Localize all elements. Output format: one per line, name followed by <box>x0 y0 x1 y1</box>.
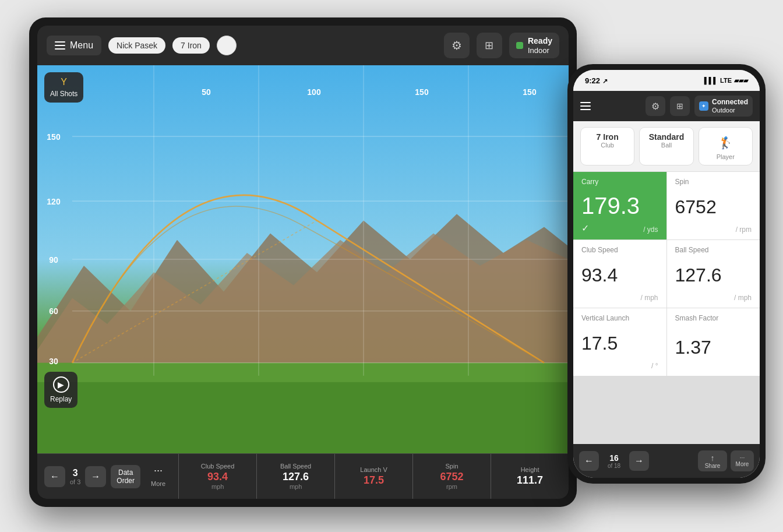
ball-speed-unit: / mph <box>734 294 752 302</box>
replay-circle-icon: ▶ <box>53 376 69 393</box>
settings-button[interactable]: ⚙ <box>444 33 470 58</box>
phone-grid-icon: ⊞ <box>676 101 683 111</box>
data-order-button[interactable]: DataOrder <box>111 465 140 488</box>
ready-status-button[interactable]: Ready Indoor <box>509 33 559 58</box>
phone-next-button[interactable]: → <box>629 451 649 471</box>
tablet-screen: Menu Nick Pasek 7 Iron ⚙ ⊞ Ready Indoor <box>37 26 569 499</box>
club-selector[interactable]: 7 Iron Club <box>580 127 634 165</box>
phone-prev-button[interactable]: ← <box>579 451 599 471</box>
phone-bottombar: ← 16 of 18 → ↑ Share ··· More <box>573 444 760 478</box>
network-type: LTE <box>720 77 732 84</box>
phone-connected-label: Connected <box>712 98 748 106</box>
phone-settings-button[interactable]: ⚙ <box>646 96 665 116</box>
ready-status-text: Ready Indoor <box>528 36 552 55</box>
ball-speed-label: Ball Speed <box>675 246 752 254</box>
phone-time: 9:22 ↗ <box>585 76 704 85</box>
phone-club-bar: 7 Iron Club Standard Ball 🏌 Player <box>573 121 760 171</box>
stat-launch-v: Launch V 17.5 <box>334 454 412 499</box>
phone-share-button[interactable]: ↑ Share <box>698 450 727 471</box>
stat-launch-v-value: 17.5 <box>364 474 384 487</box>
spin-value: 6752 <box>675 188 752 226</box>
share-icon: ↑ <box>711 453 715 463</box>
battery-icon: ▰▰▰ <box>734 77 748 84</box>
more-options-button[interactable]: ··· More <box>145 461 171 492</box>
share-label: Share <box>705 463 721 469</box>
player-name-pill[interactable]: Nick Pasek <box>108 37 165 54</box>
svg-text:100: 100 <box>307 87 320 97</box>
stat-launch-v-label: Launch V <box>360 466 387 473</box>
grid-view-button[interactable]: ⊞ <box>477 33 502 58</box>
all-shots-button[interactable]: Y All Shots <box>44 72 83 103</box>
spin-unit: / rpm <box>736 226 752 234</box>
stats-grid: Club Speed 93.4 mph Ball Speed 127.6 mph… <box>178 454 569 499</box>
green-field <box>37 376 569 453</box>
location-icon: ↗ <box>602 77 608 84</box>
player-icon: 🏌 <box>715 132 736 153</box>
ball-label: Ball <box>643 142 689 149</box>
phone-more-button[interactable]: ··· More <box>731 450 754 471</box>
phone-more-dots-icon: ··· <box>740 455 745 461</box>
ball-selector[interactable] <box>217 36 237 55</box>
smash-factor-value: 1.37 <box>675 325 752 370</box>
phone-shot-of-total: of 18 <box>602 463 626 469</box>
club-speed-cell: Club Speed 93.4 / mph <box>573 240 666 308</box>
replay-button[interactable]: ▶ Replay <box>44 372 77 408</box>
stat-club-speed: Club Speed 93.4 mph <box>178 454 256 499</box>
carry-check-icon: ✓ <box>581 223 589 234</box>
svg-text:30: 30 <box>49 356 58 366</box>
menu-button[interactable]: Menu <box>47 36 101 55</box>
tablet-device: Menu Nick Pasek 7 Iron ⚙ ⊞ Ready Indoor <box>29 17 577 507</box>
vertical-launch-cell: Vertical Launch 17.5 / ° <box>573 308 666 376</box>
next-shot-button[interactable]: → <box>85 466 106 487</box>
svg-text:60: 60 <box>49 306 58 316</box>
ready-label: Ready <box>528 36 552 46</box>
ball-selector-phone[interactable]: Standard Ball <box>639 127 693 165</box>
phone-grid-button[interactable]: ⊞ <box>670 96 690 116</box>
club-speed-unit: / mph <box>640 294 658 302</box>
player-selector[interactable]: 🏌 Player <box>699 127 753 165</box>
smash-factor-cell: Smash Factor 1.37 <box>667 308 760 376</box>
shot-of-total: of 3 <box>70 478 80 485</box>
club-value: 7 Iron <box>584 132 630 142</box>
grid-icon: ⊞ <box>485 39 493 52</box>
phone-signals: ▌▌▌ LTE ▰▰▰ <box>704 77 748 84</box>
prev-shot-button[interactable]: ← <box>44 466 65 487</box>
green-field-top <box>37 363 569 382</box>
club-speed-value: 93.4 <box>581 256 658 294</box>
shot-number: 3 <box>70 468 80 478</box>
signal-bars-icon: ▌▌▌ <box>704 77 718 84</box>
hamburger-icon <box>55 41 65 50</box>
svg-text:150: 150 <box>47 132 60 142</box>
carry-label: Carry <box>581 178 658 186</box>
vertical-launch-label: Vertical Launch <box>581 314 658 322</box>
svg-text:150: 150 <box>523 87 536 97</box>
mountains-group <box>37 214 569 389</box>
shot-counter: 3 of 3 <box>70 468 80 485</box>
stat-club-speed-value: 93.4 <box>207 471 228 483</box>
stat-spin-value: 6752 <box>440 471 464 483</box>
phone-connected-button[interactable]: ✦ Connected Outdoor <box>694 96 753 117</box>
all-shots-icon: Y <box>61 77 67 87</box>
phone-data-grid: Carry 179.3 ✓ / yds Spin 6752 / rpm Club… <box>573 171 760 444</box>
ball-speed-cell: Ball Speed 127.6 / mph <box>667 240 760 308</box>
spin-cell: Spin 6752 / rpm <box>667 172 760 239</box>
stat-ball-speed-label: Ball Speed <box>280 463 311 470</box>
carry-value: 179.3 <box>581 188 658 223</box>
phone-connected-text: Connected Outdoor <box>712 98 748 114</box>
course-svg: 150 120 90 60 30 50 100 150 150 <box>37 65 569 453</box>
club-label: Club <box>584 142 630 149</box>
all-shots-label: All Shots <box>50 90 77 98</box>
smash-factor-label: Smash Factor <box>675 314 752 322</box>
phone-device: 9:22 ↗ ▌▌▌ LTE ▰▰▰ ⚙ ⊞ <box>567 64 766 484</box>
course-view: 150 120 90 60 30 50 100 150 150 Y All Sh… <box>37 65 569 453</box>
club-pill[interactable]: 7 Iron <box>172 37 210 54</box>
phone-time-text: 9:22 <box>585 76 600 85</box>
svg-text:150: 150 <box>415 87 428 97</box>
ball-value: Standard <box>643 132 689 142</box>
tablet-stats-bar: ← 3 of 3 → DataOrder ··· More <box>37 453 569 499</box>
phone-menu-button[interactable] <box>580 97 598 115</box>
menu-label: Menu <box>70 40 93 51</box>
phone-navbar: ⚙ ⊞ ✦ Connected Outdoor <box>573 91 760 121</box>
stat-spin: Spin 6752 rpm <box>412 454 491 499</box>
stat-club-speed-unit: mph <box>211 483 224 490</box>
